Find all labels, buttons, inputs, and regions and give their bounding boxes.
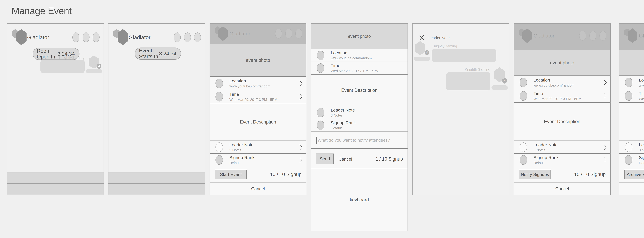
header-circle-1[interactable] xyxy=(72,32,79,42)
cancel-button[interactable]: Cancel xyxy=(619,182,644,195)
cancel-button[interactable]: Cancel xyxy=(210,182,306,195)
event-description-area: Event Description xyxy=(514,102,610,140)
event-description-label: Event Description xyxy=(240,119,276,125)
event-description-label: Event Description xyxy=(341,88,378,93)
chat-timestamp-pill xyxy=(86,69,102,73)
chat-timestamp-pill xyxy=(414,57,430,61)
start-event-button[interactable]: Start Event xyxy=(215,170,247,179)
location-icon xyxy=(216,78,223,88)
cancel-link[interactable]: Cancel xyxy=(338,156,352,162)
leader-note-icon xyxy=(216,142,223,152)
app-title: Gladiator xyxy=(128,34,150,40)
signup-count: 10 / 10 Signup xyxy=(568,172,606,177)
leader-note-icon xyxy=(625,142,632,152)
chevron-right-icon xyxy=(604,144,607,150)
signup-count: 10 / 10 Signup xyxy=(264,172,302,177)
signup-rank-title: Signup Rank xyxy=(230,155,254,160)
location-value: www.youtube.com/random xyxy=(331,56,372,60)
row-location: Location www.youtube.com/random xyxy=(619,76,644,89)
header-circle-1[interactable] xyxy=(174,32,181,42)
leader-note-icon xyxy=(317,108,324,117)
time-title: Time xyxy=(534,91,543,96)
leader-note-title: Leader Note xyxy=(331,108,355,112)
leader-note-value: 3 Notes xyxy=(534,148,546,152)
leader-note-title: Leader Note xyxy=(230,142,254,147)
time-icon xyxy=(625,91,632,101)
notify-message-input[interactable] xyxy=(317,132,400,148)
notify-signups-button[interactable]: Notify Signups xyxy=(519,170,551,179)
event-description-area: Event Description xyxy=(619,102,644,140)
signup-rank-value: Default xyxy=(639,161,644,165)
screen-notify-attendees: event photo Location www.youtube.com/ran… xyxy=(311,23,408,231)
header-circle-1 xyxy=(579,31,586,40)
action-row: Send Cancel 1 / 10 Signup xyxy=(311,148,408,168)
row-leader-note[interactable]: Leader Note 3 Notes xyxy=(210,140,306,154)
overlay-title: Leader Note xyxy=(428,36,450,40)
header-circle-3 xyxy=(600,31,606,40)
signup-count: 1 / 10 Signup xyxy=(366,156,403,162)
leader-note-title: Leader Note xyxy=(534,142,558,147)
header-circle-2 xyxy=(590,31,596,40)
row-location: Location www.youtube.com/random xyxy=(311,49,408,62)
event-description-area: Event Description xyxy=(311,74,408,106)
header-circle-2[interactable] xyxy=(184,32,191,42)
keyboard-area: keyboard xyxy=(311,168,408,231)
time-title: Time xyxy=(230,92,239,97)
row-location[interactable]: Location www.youtube.com/random xyxy=(210,76,306,90)
time-title: Time xyxy=(331,63,340,68)
chevron-right-icon xyxy=(300,94,303,100)
row-location[interactable]: Location www.youtube.com/random xyxy=(514,76,610,89)
header-circle-3[interactable] xyxy=(92,32,100,42)
signup-rank-icon xyxy=(625,155,632,165)
location-title: Location xyxy=(230,78,246,84)
rank-badge-hash: # xyxy=(502,79,507,82)
row-time[interactable]: Time Wed Mar 29, 2017 3 PM - 5PM xyxy=(210,90,306,103)
chat-bubble xyxy=(432,49,496,62)
signup-rank-value: Default xyxy=(230,161,240,165)
time-value: Wed Mar 29, 2017 3 PM - 5PM xyxy=(230,98,277,102)
chevron-right-icon xyxy=(300,144,303,150)
signup-rank-title: Signup Rank xyxy=(534,155,558,160)
leader-note-icon xyxy=(520,142,527,152)
location-title: Location xyxy=(534,78,550,82)
time-value: Wed Mar 29, 2017 3 PM - 5PM xyxy=(331,69,379,73)
header-circle-1 xyxy=(275,29,282,38)
screen-notify-signups: Gladiator event photo Location www.youtu… xyxy=(514,23,611,195)
header-circle-2[interactable] xyxy=(82,32,90,42)
row-signup-rank[interactable]: Signup Rank Default xyxy=(514,154,610,166)
row-leader-note[interactable]: Leader Note 3 Notes xyxy=(514,140,610,154)
time-value: Wed Mar 29, 2017 3 PM - 5PM xyxy=(534,97,582,101)
logo-hexagon-large-icon xyxy=(16,29,26,45)
header-circle-3[interactable] xyxy=(194,32,201,42)
keyboard-label: keyboard xyxy=(350,197,369,202)
chat-bubble xyxy=(40,60,84,73)
location-icon xyxy=(520,78,527,87)
row-time[interactable]: Time Wed Mar 29, 2017 3 PM - 5PM xyxy=(514,89,610,102)
avatar-hexagon-icon xyxy=(415,41,425,55)
location-value: www.youtube.com/random xyxy=(230,84,270,88)
screen-event-starts: Gladiator Event Starts In 3:24:34 xyxy=(108,23,205,195)
location-value: www.youtube.com/random xyxy=(534,84,574,88)
event-photo-label: event photo xyxy=(246,58,270,63)
dimmed-app-header: Gladiator xyxy=(210,24,306,44)
time-icon xyxy=(520,91,527,101)
archive-event-button[interactable]: Archive Event xyxy=(624,170,644,179)
event-photo: event photo xyxy=(311,24,408,49)
send-button[interactable]: Send xyxy=(316,154,334,164)
chat-username: KnightlyGaming xyxy=(432,44,457,48)
text-cursor xyxy=(316,137,316,144)
signup-rank-title: Signup Rank xyxy=(639,155,644,160)
event-photo: event photo xyxy=(210,44,306,76)
dimmed-app-header: Gladiator xyxy=(619,24,644,50)
row-signup-rank: Signup Rank Default xyxy=(619,154,644,166)
logo-hexagon-large-icon xyxy=(118,29,128,45)
row-signup-rank[interactable]: Signup Rank Default xyxy=(210,154,306,166)
cancel-button[interactable]: Cancel xyxy=(514,182,610,195)
countdown-label: Event Starts In xyxy=(139,48,159,59)
close-icon[interactable] xyxy=(420,35,424,40)
row-signup-rank: Signup Rank Default xyxy=(311,119,408,132)
signup-rank-value: Default xyxy=(534,161,544,165)
app-title: Gladiator xyxy=(639,33,644,39)
bottom-bar-2 xyxy=(7,184,104,195)
chevron-right-icon xyxy=(604,157,607,163)
